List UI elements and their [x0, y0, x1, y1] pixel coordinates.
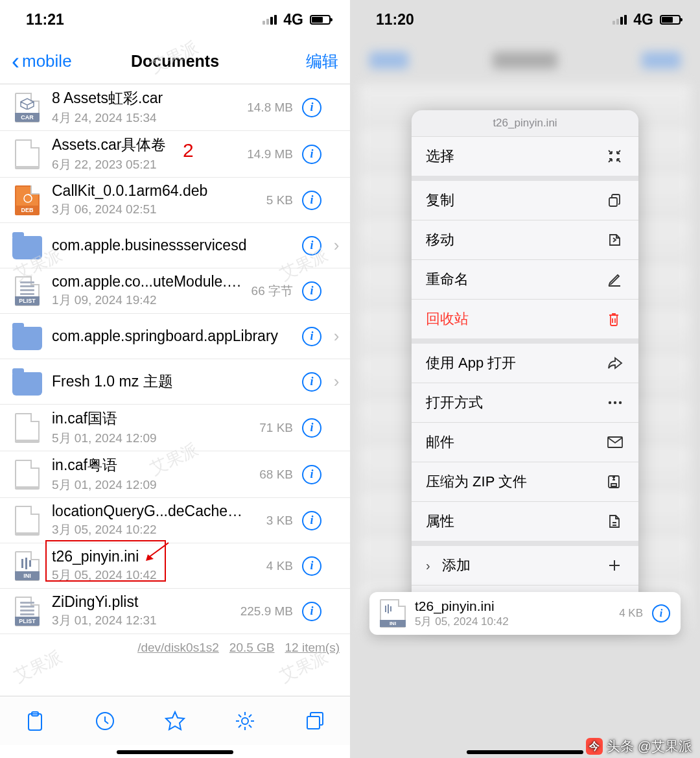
file-text: 8 Assets虹彩.car 4月 24, 2024 15:34 — [52, 88, 238, 126]
file-text: com.apple.co...uteModule.plist 1月 09, 20… — [52, 273, 242, 309]
file-date: 5月 01, 2024 12:09 — [52, 430, 245, 447]
menu-item-move[interactable]: 移动 — [412, 220, 638, 259]
annotation-number: 2 — [183, 139, 194, 161]
info-icon[interactable]: i — [302, 145, 321, 164]
file-row[interactable]: CAR 8 Assets虹彩.car 4月 24, 2024 15:34 14.… — [0, 84, 350, 131]
menu-item-copy[interactable]: 复制 — [412, 176, 638, 220]
file-date: 3月 06, 2024 02:51 — [52, 201, 245, 218]
info-icon[interactable]: i — [302, 511, 321, 530]
menu-item-plus[interactable]: ›添加 — [412, 541, 638, 585]
menu-item-dots[interactable]: 打开方式 — [412, 383, 638, 422]
ini-icon: INI — [12, 551, 43, 582]
file-row[interactable]: in.caf国语 5月 01, 2024 12:09 71 KB i — [0, 405, 350, 451]
menu-item-rename[interactable]: 重命名 — [412, 259, 638, 299]
file-row[interactable]: com.apple.businessservicesd i › — [0, 223, 350, 268]
plist-icon: PLIST — [12, 276, 43, 307]
file-card-date: 5月 05, 2024 10:42 — [415, 614, 610, 629]
zip-icon — [607, 475, 624, 489]
info-icon[interactable]: i — [302, 327, 321, 346]
chevron-left-icon: ‹ — [12, 48, 19, 75]
file-size: 3 KB — [254, 514, 293, 528]
menu-item-label: 添加 — [442, 556, 471, 575]
file-name: com.apple.springboard.appLibrary — [52, 327, 293, 345]
left-screenshot: 11:21 4G ‹ mobile Documents 编辑 CAR 8 Ass… — [0, 0, 350, 758]
file-row[interactable]: in.caf粤语 5月 01, 2024 12:09 68 KB i — [0, 451, 350, 498]
file-row[interactable]: locationQueryG...deCacheFolder 3月 05, 20… — [0, 498, 350, 543]
edit-button[interactable]: 编辑 — [306, 51, 338, 72]
menu-item-zip[interactable]: 压缩为 ZIP 文件 — [412, 462, 638, 501]
file-row[interactable]: Assets.car具体卷 6月 22, 2023 05:21 14.9 MB … — [0, 131, 350, 178]
info-icon[interactable]: i — [302, 281, 321, 301]
file-date: 6月 22, 2023 05:21 — [52, 156, 238, 173]
menu-item-compress[interactable]: 选择 — [412, 136, 638, 176]
menu-item-label: 移动 — [426, 230, 454, 250]
menu-item-label: 重命名 — [426, 270, 469, 289]
info-icon[interactable]: i — [302, 556, 321, 576]
info-icon[interactable]: i — [302, 418, 321, 438]
file-row[interactable]: PLIST com.apple.co...uteModule.plist 1月 … — [0, 268, 350, 314]
info-icon[interactable]: i — [302, 191, 321, 210]
file-icon — [12, 505, 43, 536]
disk-path[interactable]: /dev/disk0s1s2 — [137, 641, 219, 655]
menu-item-share[interactable]: 使用 App 打开 — [412, 338, 638, 383]
menu-item-trash[interactable]: 回收站 — [412, 299, 638, 338]
info-icon[interactable]: i — [302, 465, 321, 484]
info-icon[interactable]: i — [302, 236, 321, 255]
file-name: CallKit_0.0.1arm64.deb — [52, 182, 245, 200]
file-row[interactable]: INI t26_pinyin.ini 5月 05, 2024 10:42 4 K… — [0, 543, 350, 589]
file-row[interactable]: PLIST ZiDingYi.plist 3月 01, 2024 12:31 2… — [0, 589, 350, 634]
info-icon[interactable]: i — [302, 372, 321, 392]
status-time: 11:20 — [376, 11, 414, 29]
status-bar: 11:20 4G — [350, 0, 700, 39]
toutiao-logo-icon: 今 — [586, 738, 603, 755]
info-icon[interactable]: i — [652, 604, 670, 622]
file-row[interactable]: com.apple.springboard.appLibrary i › — [0, 314, 350, 359]
favorite-button[interactable] — [162, 708, 188, 734]
file-size: 71 KB — [254, 421, 293, 435]
file-size: 5 KB — [254, 193, 293, 207]
file-list[interactable]: CAR 8 Assets虹彩.car 4月 24, 2024 15:34 14.… — [0, 84, 350, 634]
file-date: 1月 09, 2024 19:42 — [52, 292, 242, 309]
compress-icon — [607, 149, 624, 163]
disk-free[interactable]: 20.5 GB — [229, 641, 275, 655]
file-name: ZiDingYi.plist — [52, 593, 231, 611]
plus-icon — [607, 558, 624, 573]
file-name: com.apple.businessservicesd — [52, 237, 293, 254]
svg-rect-8 — [609, 198, 617, 206]
folder-icon — [12, 321, 43, 352]
file-text: CallKit_0.0.1arm64.deb 3月 06, 2024 02:51 — [52, 182, 245, 218]
status-bar: 11:21 4G — [0, 0, 350, 39]
file-row[interactable]: Fresh 1.0 mz 主题 i › — [0, 359, 350, 405]
signal-icon — [612, 15, 627, 25]
status-right: 4G — [612, 11, 681, 29]
attribution: 今 头条 @艾果派 — [586, 737, 692, 755]
file-date: 5月 01, 2024 12:09 — [52, 477, 245, 493]
chevron-right-icon: › — [331, 326, 342, 346]
status-time: 11:21 — [26, 11, 64, 29]
info-icon[interactable]: i — [302, 602, 321, 621]
file-date: 3月 01, 2024 12:31 — [52, 612, 231, 629]
menu-item-label: 属性 — [426, 512, 454, 531]
copy-icon — [607, 193, 624, 207]
windows-button[interactable] — [302, 708, 328, 734]
file-size: 4 KB — [254, 559, 293, 573]
menu-item-mail[interactable]: 邮件 — [412, 422, 638, 462]
menu-item-label: 邮件 — [426, 432, 454, 452]
recent-button[interactable] — [92, 708, 118, 734]
file-row[interactable]: DEB CallKit_0.0.1arm64.deb 3月 06, 2024 0… — [0, 178, 350, 223]
context-menu: t26_pinyin.ini 选择复制移动重命名回收站使用 App 打开打开方式… — [412, 110, 638, 622]
settings-button[interactable] — [232, 708, 258, 734]
page-title: Documents — [131, 52, 219, 71]
right-screenshot: 11:20 4G t26_pinyin.ini 选择复制移动重命名回收站使用 A… — [350, 0, 700, 758]
share-icon — [607, 357, 624, 370]
back-button[interactable]: ‹ mobile — [12, 48, 72, 75]
disk-count[interactable]: 12 item(s) — [285, 641, 340, 655]
menu-item-prop[interactable]: 属性 — [412, 501, 638, 541]
ini-file-icon: INI — [380, 599, 406, 628]
svg-rect-5 — [307, 717, 320, 729]
file-card[interactable]: INI t26_pinyin.ini 5月 05, 2024 10:42 4 K… — [369, 592, 681, 635]
clipboard-button[interactable] — [22, 708, 48, 734]
svg-point-11 — [619, 401, 622, 404]
svg-point-4 — [242, 718, 248, 724]
info-icon[interactable]: i — [302, 98, 321, 117]
